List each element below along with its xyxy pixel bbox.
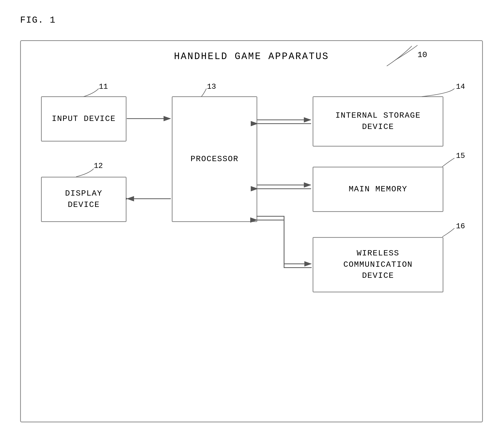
- apparatus-title: HANDHELD GAME APPARATUS: [21, 51, 482, 62]
- input-device-block: INPUT DEVICE: [41, 96, 127, 142]
- wireless-comm-block: WIRELESS COMMUNICATION DEVICE: [313, 237, 443, 292]
- display-device-block: DISPLAY DEVICE: [41, 177, 127, 222]
- ref-13: 13: [207, 82, 216, 91]
- processor-block: PROCESSOR: [172, 96, 257, 222]
- apparatus-box: HANDHELD GAME APPARATUS INPUT DEVICE DIS…: [20, 40, 483, 422]
- internal-storage-block: INTERNAL STORAGE DEVICE: [313, 96, 443, 147]
- ref-11: 11: [99, 82, 108, 91]
- ref-10: 10: [417, 50, 427, 60]
- ref-16: 16: [456, 222, 465, 231]
- ref-15: 15: [456, 152, 465, 160]
- figure-label: FIG. 1: [20, 15, 56, 25]
- main-memory-block: MAIN MEMORY: [313, 167, 443, 212]
- ref-14: 14: [456, 82, 465, 91]
- ref-12: 12: [94, 162, 103, 170]
